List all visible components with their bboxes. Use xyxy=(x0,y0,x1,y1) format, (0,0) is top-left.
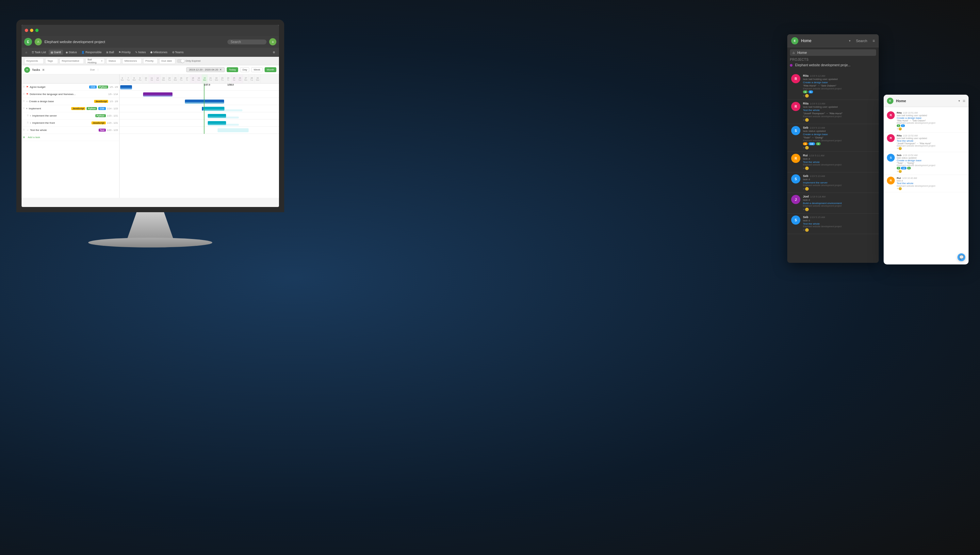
sidebar-nav-home[interactable]: ⌂ Home xyxy=(790,49,876,56)
nav-responsible[interactable]: 👤 Responsible xyxy=(79,50,104,55)
expand-arrow-icon[interactable]: ▾ xyxy=(26,107,27,110)
nav-status-label: Status xyxy=(69,51,77,54)
activity-link-5[interactable]: Implement the server xyxy=(803,181,875,184)
project-dot-icon xyxy=(790,64,792,67)
chat-reaction-3[interactable]: +😊 xyxy=(897,170,965,173)
chat-detail-3: "Todo" → "Doing" xyxy=(897,162,965,164)
chat-proj-1: Elephant website development project xyxy=(897,122,965,124)
search-placeholder: Search xyxy=(231,40,241,44)
task-row[interactable]: ⠿ ▪ Implement the front JavaScript 1/15 … xyxy=(22,119,119,127)
nav-priority[interactable]: ⚑ Priority xyxy=(117,50,133,55)
chat-reaction-1[interactable]: +😊 xyxy=(897,127,965,131)
sidebar-nav: ⌂ Home Projects Elephant website develop… xyxy=(787,47,879,69)
activity-item: J Joel 1/19 5:18 AM task d Build a devel… xyxy=(787,193,879,213)
chat-link-3[interactable]: Create a design base xyxy=(897,159,965,162)
priority-input[interactable] xyxy=(143,58,158,64)
task-row[interactable]: ⠿ ○ Create a design base JavaScript 1/3 … xyxy=(22,98,119,105)
activity-link-6[interactable]: Build a development environment xyxy=(803,202,875,205)
chat-panel: E Home ▾ ≡ R Rita 1/19 10:51 AM task bal… xyxy=(884,95,969,265)
task-row[interactable]: ⠿ ⚑ Determine the language and framewo..… xyxy=(22,91,119,98)
task-row[interactable]: ⠿ → Test the whole Test 1/20 - 1/23 xyxy=(22,127,119,134)
day-10: 10Fri xyxy=(143,74,149,83)
sidebar-search-btn[interactable]: Search xyxy=(853,37,870,44)
chat-reaction-4[interactable]: +😊 xyxy=(897,187,965,190)
chat-link-4[interactable]: Test the whole xyxy=(897,182,965,185)
search-bar[interactable]: Search xyxy=(227,40,267,44)
task-date-1: 1/5 - 1/9 xyxy=(109,86,118,88)
date-range-badge[interactable]: 2019-12-20 - 2020-04-20 ✕ xyxy=(186,67,225,72)
date-range-close[interactable]: ✕ xyxy=(220,68,222,71)
task-date-5: 1/15 - 1/21 xyxy=(107,115,118,117)
task-row[interactable]: ⠿ ▾ Implement JavaScript Python CSS 1/14… xyxy=(22,105,119,112)
activity-content-6: Joel 1/19 5:18 AM task d Build a develop… xyxy=(803,195,875,211)
sidebar-project-item[interactable]: Elephant website development proje... xyxy=(787,62,879,68)
nav-responsible-label: Responsible xyxy=(85,51,101,54)
milestone-138: 1/38.0 xyxy=(227,83,234,86)
activity-time-7: 1/19 5:15 AM xyxy=(810,216,825,219)
only-expired-toggle[interactable] xyxy=(177,59,185,63)
nav-task-list-label: Task List xyxy=(35,51,46,54)
options-icon[interactable]: ⋮ xyxy=(97,68,99,71)
chat-content-3: Seb 1/19 10:52 AM task status updated Cr… xyxy=(897,154,965,173)
home-dropdown-icon[interactable]: ▾ xyxy=(849,39,851,42)
nav-home[interactable]: ⌂ xyxy=(24,50,29,55)
due-date-input[interactable] xyxy=(159,58,175,64)
nav-notes[interactable]: ✎ Notes xyxy=(133,50,148,55)
activity-link-2[interactable]: Test the whole xyxy=(803,109,875,112)
nav-status[interactable]: ◉ Status xyxy=(64,50,79,55)
add-reaction-btn-4[interactable]: +😊 xyxy=(803,167,875,170)
keywords-input[interactable] xyxy=(24,58,44,64)
month-btn[interactable]: Month xyxy=(265,67,276,72)
activity-link-7[interactable]: Test the whole xyxy=(803,222,875,225)
chat-link-1[interactable]: Create a design base xyxy=(897,117,965,119)
close-button[interactable] xyxy=(25,29,28,32)
activity-link-1[interactable]: Create a design base xyxy=(803,81,875,84)
maximize-button[interactable] xyxy=(35,29,39,32)
chat-dropdown-icon[interactable]: ▾ xyxy=(958,99,960,103)
milestones-input[interactable] xyxy=(122,58,142,64)
activity-content-5: Seb 1/19 5:13 AM task d Implement the se… xyxy=(803,174,875,191)
activity-link-4[interactable]: Test the whole xyxy=(803,160,875,164)
tags-input[interactable] xyxy=(45,58,58,64)
ball-holding-filter[interactable]: Ball Holding ▾ xyxy=(85,58,105,64)
status-input[interactable] xyxy=(106,58,121,64)
task-row[interactable]: ⠿ ▪ Implement the server Python 1/15 - 1… xyxy=(22,112,119,119)
add-reaction-btn-2[interactable]: +😊 xyxy=(803,118,875,122)
activity-time-3: 1/19 5:13 AM xyxy=(810,126,825,129)
add-task-btn[interactable]: + xyxy=(24,67,30,73)
chat-link-2[interactable]: Test the whole xyxy=(897,140,965,142)
activity-link-3[interactable]: Create a design base xyxy=(803,133,875,136)
add-reaction-btn-5[interactable]: +😊 xyxy=(803,187,875,191)
minimize-button[interactable] xyxy=(30,29,33,32)
add-reaction-btn-1[interactable]: +😊 xyxy=(803,94,875,98)
add-reaction-btn-6[interactable]: +😊 xyxy=(803,208,875,211)
week-btn[interactable]: Week xyxy=(251,67,262,72)
chat-bubble-btn[interactable]: 💬 xyxy=(958,253,965,261)
nav-task-list[interactable]: ☰ Task List xyxy=(30,50,48,55)
nav-gantt[interactable]: ▤ Gantt xyxy=(49,50,63,55)
chat-badges-1: 1 1 xyxy=(897,124,965,127)
add-task-row[interactable]: ⊕ Add a task xyxy=(22,134,119,141)
add-reaction-btn-7[interactable]: +😊 xyxy=(803,228,875,232)
chat-detail-1: "Rita Hurst" → "Seb Osborn" xyxy=(897,119,965,122)
day-btn[interactable]: Day xyxy=(240,67,249,72)
activity-content-3: Seb 1/19 5:13 AM task status updated Cre… xyxy=(803,126,875,149)
nav-teams[interactable]: ⚙ Teams xyxy=(170,50,186,55)
sidebar-menu-icon[interactable]: ≡ xyxy=(872,38,875,43)
nav-settings[interactable]: ⚙ xyxy=(271,50,277,55)
gantt-row-7 xyxy=(120,127,279,134)
representative-input[interactable] xyxy=(59,58,84,64)
nav-ball[interactable]: ⊞ Ball xyxy=(104,50,116,55)
gantt-icon: ▤ xyxy=(51,51,53,54)
day-18: 18Sat xyxy=(190,74,196,83)
user-avatar[interactable]: A xyxy=(35,38,42,45)
activity-user-time-3: Seb 1/19 5:13 AM xyxy=(803,126,875,129)
today-btn[interactable]: Today xyxy=(227,67,238,72)
current-user-avatar[interactable]: a xyxy=(269,38,276,45)
nav-milestones[interactable]: ⬟ Milestones xyxy=(148,50,169,55)
chat-proj-3: Elephant website development project xyxy=(897,164,965,167)
chat-reaction-2[interactable]: +😊 xyxy=(897,147,965,150)
task-row[interactable]: ⠿ ⚑ Agree budget CSS Python 1/5 - 1/9 xyxy=(22,83,119,91)
chat-menu-icon[interactable]: ≡ xyxy=(963,98,965,104)
add-reaction-btn-3[interactable]: +😊 xyxy=(803,146,875,149)
